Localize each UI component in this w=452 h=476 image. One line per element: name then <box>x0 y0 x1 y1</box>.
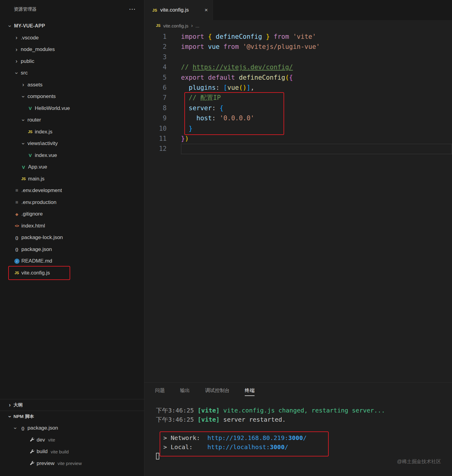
item-label: package.json <box>27 425 58 431</box>
code-line[interactable]: 7 // 配置IP <box>144 93 452 103</box>
tree-item[interactable]: Vindex.vue <box>0 150 144 162</box>
code-line[interactable]: 4// https://vitejs.dev/config/ <box>144 62 452 72</box>
tree-item[interactable]: ◆.gitignore <box>0 208 144 220</box>
npm-tree[interactable]: ›{}package.jsondevvitebuildvite buildpre… <box>0 422 144 469</box>
tree-folder[interactable]: ›public <box>0 56 144 67</box>
more-actions-icon[interactable]: ⋯ <box>129 5 136 13</box>
terminal-line: 下午3:46:25 [vite] server restarted. <box>156 415 452 424</box>
env-icon: ≡ <box>13 188 21 193</box>
chevron-right-icon[interactable]: › <box>13 46 20 53</box>
chevron-down-icon[interactable]: › <box>12 424 19 432</box>
code-line[interactable]: 2import vue from '@vitejs/plugin-vue' <box>144 42 452 52</box>
code-line-text: host: '0.0.0.0' <box>181 113 452 123</box>
chevron-down-icon: › <box>7 413 13 420</box>
code-line-text: // 配置IP <box>181 93 452 103</box>
tree-item[interactable]: previewvite preview <box>0 458 144 470</box>
info-icon: i <box>13 259 21 264</box>
code-line[interactable]: 12 <box>144 144 452 154</box>
sidebar-bottom-sections: › 大纲 › NPM 脚本 ›{}package.jsondevvitebuil… <box>0 399 144 476</box>
js-file-icon: JS <box>156 24 161 28</box>
code-line[interactable]: 6 plugins: [vue()], <box>144 83 452 93</box>
code-line-text: } <box>181 124 452 134</box>
tree-folder[interactable]: ›MY-VUE-APP <box>0 20 144 32</box>
chevron-down-icon[interactable]: › <box>7 22 13 30</box>
item-label: index.vue <box>35 152 57 158</box>
item-label: components <box>27 93 56 100</box>
tree-item[interactable]: JSindex.js <box>0 126 144 138</box>
tree-item[interactable]: <>index.html <box>0 220 144 232</box>
breadcrumb[interactable]: JS vite.config.js › ... <box>144 20 452 31</box>
code-line[interactable]: 10 } <box>144 124 452 134</box>
code-line[interactable]: 3 <box>144 52 452 62</box>
wrench-icon <box>28 438 36 442</box>
item-description: vite build <box>51 449 69 454</box>
item-label: assets <box>27 82 42 88</box>
tree-folder[interactable]: ›src <box>0 67 144 79</box>
code-line[interactable]: 5export default defineConfig({ <box>144 73 452 83</box>
wrench-icon <box>28 449 36 454</box>
tree-item[interactable]: VHelloWorld.vue <box>0 103 144 114</box>
chevron-right-icon[interactable]: › <box>13 58 20 64</box>
wrench-icon <box>28 461 36 466</box>
outline-title: 大纲 <box>13 402 23 408</box>
tree-folder[interactable]: ›.vscode <box>0 32 144 44</box>
vscode-window: 资源管理器 ⋯ ›MY-VUE-APP›.vscode›node_modules… <box>0 0 452 476</box>
tree-item[interactable]: ≡.env.development <box>0 185 144 197</box>
chevron-down-icon[interactable]: › <box>20 93 27 100</box>
chevron-right-icon[interactable]: › <box>13 35 20 41</box>
file-tree[interactable]: ›MY-VUE-APP›.vscode›node_modules›public›… <box>0 18 144 399</box>
code-line-text: export default defineConfig({ <box>181 73 452 83</box>
item-label: public <box>21 58 34 64</box>
tree-item[interactable]: iREADME.md <box>0 255 144 267</box>
outline-section-header[interactable]: › 大纲 <box>0 399 144 411</box>
tree-folder[interactable]: ›router <box>0 114 144 126</box>
git-icon: ◆ <box>13 212 21 216</box>
code-line[interactable]: 1import { defineConfig } from 'vite' <box>144 32 452 42</box>
vue-icon: V <box>26 106 34 111</box>
breadcrumb-more[interactable]: ... <box>196 23 200 28</box>
code-line-text <box>181 52 452 62</box>
tree-folder[interactable]: ›node_modules <box>0 44 144 56</box>
tree-folder[interactable]: ›components <box>0 91 144 103</box>
explorer-header: 资源管理器 ⋯ <box>0 0 144 18</box>
terminal-line <box>156 424 452 433</box>
chevron-down-icon[interactable]: › <box>20 140 27 147</box>
panel-tab[interactable]: 问题 <box>155 383 165 398</box>
tree-item[interactable]: devvite <box>0 434 144 446</box>
tree-item[interactable]: buildvite build <box>0 446 144 458</box>
tab-vite-config-js[interactable]: JS vite.config.js × <box>144 0 213 20</box>
code-line[interactable]: 9 host: '0.0.0.0' <box>144 113 452 123</box>
close-tab-icon[interactable]: × <box>204 7 208 13</box>
tree-item[interactable]: JSmain.js <box>0 173 144 185</box>
line-number: 11 <box>144 134 181 144</box>
item-description: vite <box>48 437 55 442</box>
line-number: 7 <box>144 93 181 103</box>
line-number: 6 <box>144 83 181 93</box>
js-icon: JS <box>20 177 27 181</box>
tree-item[interactable]: VApp.vue <box>0 161 144 173</box>
tree-item[interactable]: JSvite.config.js <box>0 267 144 279</box>
tree-item[interactable]: ›{}package.json <box>0 422 144 434</box>
breadcrumb-file[interactable]: vite.config.js <box>163 23 189 28</box>
tree-item[interactable]: ≡.env.production <box>0 197 144 209</box>
panel-tab[interactable]: 终端 <box>245 383 255 398</box>
tree-item[interactable]: {}package.json <box>0 244 144 256</box>
chevron-down-icon[interactable]: › <box>13 69 20 77</box>
explorer-title: 资源管理器 <box>14 6 37 12</box>
tree-folder[interactable]: ›assets <box>0 79 144 91</box>
chevron-down-icon[interactable]: › <box>20 116 27 124</box>
item-label: index.html <box>21 223 45 229</box>
code-editor[interactable]: 1import { defineConfig } from 'vite'2imp… <box>144 31 452 382</box>
code-line[interactable]: 8 server: { <box>144 103 452 113</box>
tree-folder[interactable]: ›views\activity <box>0 138 144 150</box>
tree-item[interactable]: {}package-lock.json <box>0 232 144 244</box>
json-icon: {} <box>13 247 21 252</box>
code-line[interactable]: 11}) <box>144 134 452 144</box>
watermark: @稀土掘金技术社区 <box>397 459 441 465</box>
chevron-right-icon[interactable]: › <box>20 82 27 88</box>
panel-tab[interactable]: 输出 <box>180 383 190 398</box>
panel-tab[interactable]: 调试控制台 <box>205 383 230 398</box>
npm-scripts-section-header[interactable]: › NPM 脚本 <box>0 411 144 422</box>
code-line-text: // https://vitejs.dev/config/ <box>181 62 452 72</box>
item-label: dev <box>37 437 45 443</box>
